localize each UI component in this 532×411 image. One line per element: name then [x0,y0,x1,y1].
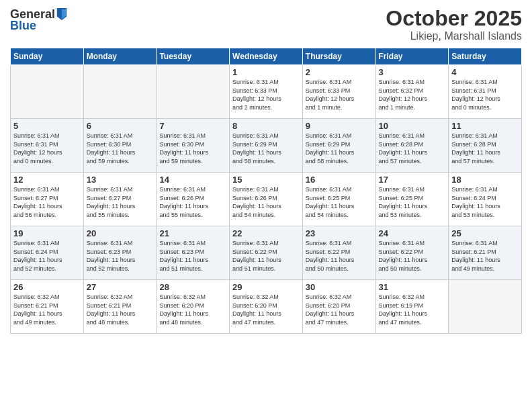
table-row: 20Sunrise: 6:31 AM Sunset: 6:23 PM Dayli… [83,226,157,280]
day-info: Sunrise: 6:31 AM Sunset: 6:23 PM Dayligh… [87,239,154,273]
day-number: 7 [159,121,226,131]
day-number: 2 [306,67,373,77]
day-info: Sunrise: 6:32 AM Sunset: 6:20 PM Dayligh… [159,293,226,326]
calendar-header-row: Sunday Monday Tuesday Wednesday Thursday… [11,48,522,65]
calendar: Sunday Monday Tuesday Wednesday Thursday… [10,48,522,334]
table-row: 1Sunrise: 6:31 AM Sunset: 6:33 PM Daylig… [230,65,303,119]
table-row: 30Sunrise: 6:32 AM Sunset: 6:20 PM Dayli… [302,280,375,334]
day-info: Sunrise: 6:32 AM Sunset: 6:19 PM Dayligh… [379,293,446,326]
day-info: Sunrise: 6:31 AM Sunset: 6:29 PM Dayligh… [306,132,373,165]
table-row: 12Sunrise: 6:31 AM Sunset: 6:27 PM Dayli… [11,173,84,226]
col-wednesday: Wednesday [230,48,303,65]
day-number: 31 [379,282,446,292]
table-row [157,65,230,119]
day-info: Sunrise: 6:31 AM Sunset: 6:28 PM Dayligh… [451,132,519,165]
day-number: 11 [451,121,519,131]
col-friday: Friday [375,48,449,65]
day-info: Sunrise: 6:31 AM Sunset: 6:33 PM Dayligh… [306,78,373,111]
table-row: 29Sunrise: 6:32 AM Sunset: 6:20 PM Dayli… [230,280,303,334]
day-number: 4 [451,67,519,77]
table-row: 19Sunrise: 6:31 AM Sunset: 6:24 PM Dayli… [11,226,84,280]
day-number: 8 [232,121,300,131]
table-row: 6Sunrise: 6:31 AM Sunset: 6:30 PM Daylig… [83,119,157,173]
day-number: 13 [87,175,154,185]
table-row: 15Sunrise: 6:31 AM Sunset: 6:26 PM Dayli… [230,173,303,226]
day-info: Sunrise: 6:32 AM Sunset: 6:21 PM Dayligh… [13,293,81,326]
day-number: 22 [232,228,300,238]
day-number: 3 [379,67,446,77]
day-number: 30 [306,282,373,292]
day-info: Sunrise: 6:31 AM Sunset: 6:29 PM Dayligh… [232,132,300,165]
month-title: October 2025 [386,7,522,30]
day-number: 29 [232,282,300,292]
col-monday: Monday [83,48,157,65]
table-row: 27Sunrise: 6:32 AM Sunset: 6:21 PM Dayli… [83,280,157,334]
table-row: 2Sunrise: 6:31 AM Sunset: 6:33 PM Daylig… [302,65,375,119]
table-row: 9Sunrise: 6:31 AM Sunset: 6:29 PM Daylig… [302,119,375,173]
col-thursday: Thursday [302,48,375,65]
day-info: Sunrise: 6:31 AM Sunset: 6:33 PM Dayligh… [232,78,300,111]
day-info: Sunrise: 6:32 AM Sunset: 6:20 PM Dayligh… [306,293,373,326]
table-row: 22Sunrise: 6:31 AM Sunset: 6:22 PM Dayli… [230,226,303,280]
day-info: Sunrise: 6:31 AM Sunset: 6:23 PM Dayligh… [159,239,226,273]
table-row: 10Sunrise: 6:31 AM Sunset: 6:28 PM Dayli… [375,119,449,173]
table-row: 14Sunrise: 6:31 AM Sunset: 6:26 PM Dayli… [157,173,230,226]
logo: General Blue [10,7,68,33]
day-number: 5 [13,121,81,131]
day-info: Sunrise: 6:31 AM Sunset: 6:25 PM Dayligh… [306,185,373,219]
day-info: Sunrise: 6:31 AM Sunset: 6:26 PM Dayligh… [232,185,300,219]
calendar-week-row: 5Sunrise: 6:31 AM Sunset: 6:31 PM Daylig… [11,119,522,173]
table-row: 25Sunrise: 6:31 AM Sunset: 6:21 PM Dayli… [449,226,522,280]
table-row: 17Sunrise: 6:31 AM Sunset: 6:25 PM Dayli… [375,173,449,226]
day-info: Sunrise: 6:31 AM Sunset: 6:27 PM Dayligh… [87,185,154,219]
day-number: 15 [232,175,300,185]
day-number: 21 [159,228,226,238]
day-number: 12 [13,175,81,185]
day-info: Sunrise: 6:31 AM Sunset: 6:22 PM Dayligh… [232,239,300,273]
table-row: 8Sunrise: 6:31 AM Sunset: 6:29 PM Daylig… [230,119,303,173]
day-info: Sunrise: 6:31 AM Sunset: 6:25 PM Dayligh… [379,185,446,219]
col-tuesday: Tuesday [157,48,230,65]
location-title: Likiep, Marshall Islands [386,30,522,42]
table-row: 21Sunrise: 6:31 AM Sunset: 6:23 PM Dayli… [157,226,230,280]
calendar-week-row: 1Sunrise: 6:31 AM Sunset: 6:33 PM Daylig… [11,65,522,119]
day-info: Sunrise: 6:32 AM Sunset: 6:21 PM Dayligh… [87,293,154,326]
table-row: 7Sunrise: 6:31 AM Sunset: 6:30 PM Daylig… [157,119,230,173]
day-info: Sunrise: 6:31 AM Sunset: 6:31 PM Dayligh… [451,78,519,111]
day-info: Sunrise: 6:31 AM Sunset: 6:31 PM Dayligh… [13,132,81,165]
table-row: 23Sunrise: 6:31 AM Sunset: 6:22 PM Dayli… [302,226,375,280]
day-info: Sunrise: 6:31 AM Sunset: 6:30 PM Dayligh… [159,132,226,165]
day-number: 16 [306,175,373,185]
col-sunday: Sunday [11,48,84,65]
day-number: 28 [159,282,226,292]
table-row: 16Sunrise: 6:31 AM Sunset: 6:25 PM Dayli… [302,173,375,226]
day-number: 9 [306,121,373,131]
col-saturday: Saturday [449,48,522,65]
page-container: General Blue October 2025 Likiep, Marsha… [0,0,532,411]
day-info: Sunrise: 6:31 AM Sunset: 6:30 PM Dayligh… [87,132,154,165]
header: General Blue October 2025 Likiep, Marsha… [10,7,522,42]
day-number: 17 [379,175,446,185]
day-info: Sunrise: 6:31 AM Sunset: 6:21 PM Dayligh… [451,239,519,273]
day-info: Sunrise: 6:31 AM Sunset: 6:32 PM Dayligh… [379,78,446,111]
day-info: Sunrise: 6:31 AM Sunset: 6:24 PM Dayligh… [451,185,519,219]
day-number: 6 [87,121,154,131]
day-info: Sunrise: 6:31 AM Sunset: 6:28 PM Dayligh… [379,132,446,165]
table-row: 3Sunrise: 6:31 AM Sunset: 6:32 PM Daylig… [375,65,449,119]
calendar-week-row: 26Sunrise: 6:32 AM Sunset: 6:21 PM Dayli… [11,280,522,334]
day-number: 23 [306,228,373,238]
calendar-week-row: 12Sunrise: 6:31 AM Sunset: 6:27 PM Dayli… [11,173,522,226]
table-row: 13Sunrise: 6:31 AM Sunset: 6:27 PM Dayli… [83,173,157,226]
day-number: 14 [159,175,226,185]
day-number: 18 [451,175,519,185]
day-number: 26 [13,282,81,292]
day-info: Sunrise: 6:31 AM Sunset: 6:24 PM Dayligh… [13,239,81,273]
day-number: 10 [379,121,446,131]
day-number: 27 [87,282,154,292]
table-row: 28Sunrise: 6:32 AM Sunset: 6:20 PM Dayli… [157,280,230,334]
table-row: 18Sunrise: 6:31 AM Sunset: 6:24 PM Dayli… [449,173,522,226]
table-row [83,65,157,119]
logo-icon [56,7,68,21]
day-info: Sunrise: 6:32 AM Sunset: 6:20 PM Dayligh… [232,293,300,326]
day-info: Sunrise: 6:31 AM Sunset: 6:22 PM Dayligh… [306,239,373,273]
